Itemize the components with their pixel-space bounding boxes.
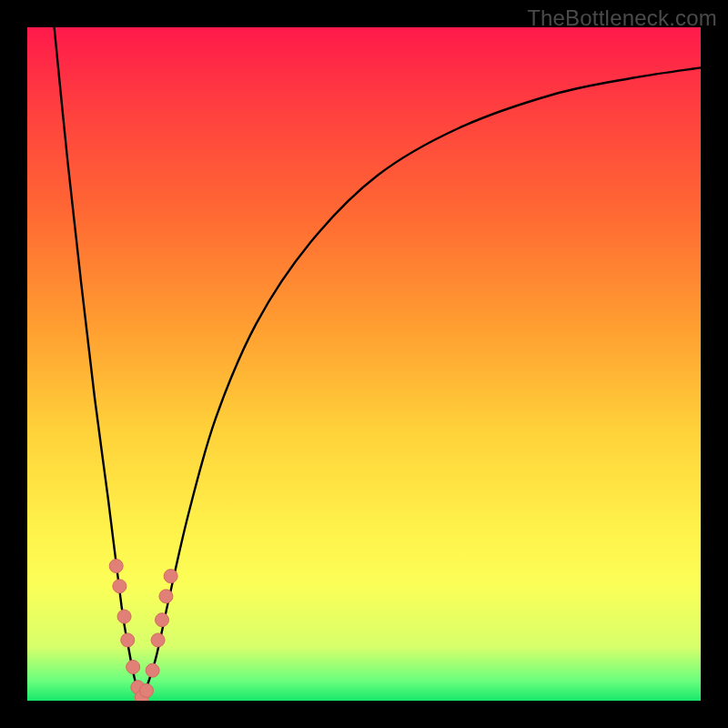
marker-dot: [159, 590, 173, 603]
marker-dot: [109, 560, 123, 573]
marker-dot: [156, 613, 169, 627]
marker-group: [109, 560, 177, 702]
curves-svg: [27, 27, 701, 701]
marker-dot: [146, 663, 159, 677]
marker-dot: [121, 633, 135, 647]
marker-dot: [117, 610, 131, 623]
marker-dot: [126, 661, 140, 674]
left-branch-curve: [55, 27, 142, 701]
marker-dot: [151, 633, 165, 647]
right-branch-curve: [142, 67, 701, 701]
chart-frame: TheBottleneck.com: [0, 0, 728, 728]
marker-dot: [113, 580, 126, 593]
marker-dot: [164, 570, 177, 583]
plot-area: [27, 27, 701, 701]
marker-dot: [139, 683, 153, 697]
